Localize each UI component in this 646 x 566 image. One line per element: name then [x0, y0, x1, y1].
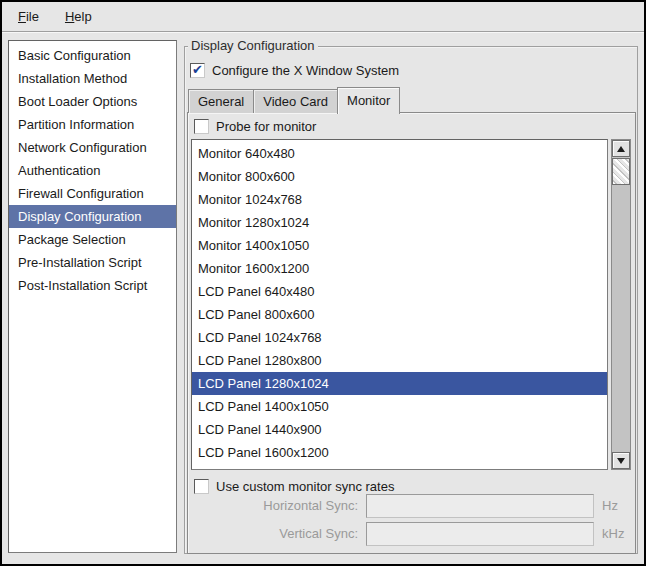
up-arrow-icon: [617, 146, 625, 152]
monitor-list-item[interactable]: Monitor 1600x1200: [192, 257, 607, 280]
monitor-list-item[interactable]: LCD Panel 1280x800: [192, 349, 607, 372]
monitor-list-item[interactable]: LCD Panel 1440x900: [192, 418, 607, 441]
monitor-list-item[interactable]: LCD Panel 1600x1200: [192, 441, 607, 464]
menu-help[interactable]: Help: [59, 6, 98, 27]
sidebar-item[interactable]: Network Configuration: [9, 136, 176, 159]
monitor-list-item[interactable]: Monitor 640x480: [192, 142, 607, 165]
sidebar-item[interactable]: Installation Method: [9, 67, 176, 90]
monitor-list-item[interactable]: LCD Panel 800x600: [192, 303, 607, 326]
menu-file[interactable]: File: [12, 6, 45, 27]
scrollbar-thumb[interactable]: [612, 158, 630, 185]
monitor-list-item[interactable]: LCD Panel 1400x1050: [192, 395, 607, 418]
tab-monitor[interactable]: Monitor: [337, 87, 400, 114]
notebook-tabs: General Video Card Monitor: [188, 87, 399, 113]
probe-monitor-checkbox[interactable]: [194, 119, 209, 134]
configure-x-row[interactable]: Configure the X Window System: [190, 63, 399, 78]
sidebar-item[interactable]: Post-Installation Script: [9, 274, 176, 297]
sidebar-item[interactable]: Package Selection: [9, 228, 176, 251]
frame-title: Display Configuration: [188, 38, 318, 53]
monitor-list-item[interactable]: Monitor 800x600: [192, 165, 607, 188]
monitor-list-area: Monitor 640x480Monitor 800x600Monitor 10…: [191, 139, 631, 470]
tab-video-card[interactable]: Video Card: [253, 89, 338, 113]
horizontal-sync-unit: Hz: [602, 494, 618, 518]
probe-monitor-label: Probe for monitor: [216, 119, 316, 134]
probe-monitor-row[interactable]: Probe for monitor: [194, 119, 316, 134]
horizontal-sync-input: [366, 494, 594, 518]
monitor-list-scrollbar[interactable]: [611, 139, 631, 470]
category-list: Basic ConfigurationInstallation MethodBo…: [8, 40, 177, 553]
monitor-list-item[interactable]: LCD Panel 1280x1024: [192, 372, 607, 395]
sidebar-item[interactable]: Pre-Installation Script: [9, 251, 176, 274]
vertical-sync-input: [366, 522, 594, 546]
custom-sync-label: Use custom monitor sync rates: [216, 479, 394, 494]
custom-sync-checkbox[interactable]: [194, 479, 209, 494]
vertical-sync-unit: kHz: [602, 522, 624, 546]
sidebar-item[interactable]: Display Configuration: [9, 205, 176, 228]
custom-sync-row[interactable]: Use custom monitor sync rates: [194, 479, 394, 494]
sidebar-item[interactable]: Authentication: [9, 159, 176, 182]
monitor-list-item[interactable]: Monitor 1024x768: [192, 188, 607, 211]
monitor-list-item[interactable]: Monitor 1280x1024: [192, 211, 607, 234]
monitor-tab-page: Probe for monitor Monitor 640x480Monitor…: [187, 112, 636, 554]
kickstart-configurator-window: File Help Basic ConfigurationInstallatio…: [0, 0, 646, 566]
configure-x-checkbox[interactable]: [190, 63, 205, 78]
scroll-up-button[interactable]: [612, 140, 630, 157]
sidebar-item[interactable]: Firewall Configuration: [9, 182, 176, 205]
monitor-list-item[interactable]: LCD Panel 1024x768: [192, 326, 607, 349]
menu-bar: File Help: [2, 2, 644, 32]
sidebar-item[interactable]: Boot Loader Options: [9, 90, 176, 113]
horizontal-sync-label: Horizontal Sync:: [228, 494, 358, 518]
monitor-list-item[interactable]: LCD Panel 640x480: [192, 280, 607, 303]
monitor-list-item[interactable]: Monitor 1400x1050: [192, 234, 607, 257]
tab-general[interactable]: General: [188, 89, 254, 113]
configure-x-label: Configure the X Window System: [212, 63, 399, 78]
scroll-down-button[interactable]: [612, 452, 630, 469]
down-arrow-icon: [617, 458, 625, 464]
monitor-list: Monitor 640x480Monitor 800x600Monitor 10…: [191, 139, 608, 470]
vertical-sync-label: Vertical Sync:: [228, 522, 358, 546]
sidebar-item[interactable]: Basic Configuration: [9, 44, 176, 67]
sidebar-item[interactable]: Partition Information: [9, 113, 176, 136]
